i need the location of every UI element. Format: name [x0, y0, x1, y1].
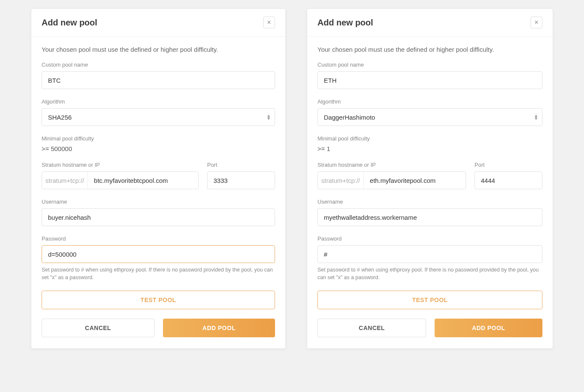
pool-name-label: Custom pool name — [317, 62, 542, 68]
modal-body: Your chosen pool must use the defined or… — [307, 36, 553, 348]
password-hint: Set password to # when using ethproxy po… — [317, 266, 542, 281]
port-label: Port — [207, 162, 275, 168]
pool-name-input[interactable] — [317, 71, 542, 89]
username-label: Username — [42, 199, 275, 205]
hostname-input[interactable] — [88, 172, 198, 189]
password-label: Password — [317, 235, 542, 242]
password-input[interactable] — [317, 245, 542, 263]
modal-header: Add new pool × — [31, 9, 285, 36]
hostname-input[interactable] — [364, 172, 466, 189]
hostname-input-group: stratum+tcp:// — [317, 171, 466, 189]
port-input[interactable] — [207, 171, 275, 189]
close-icon: × — [267, 19, 271, 26]
test-pool-button[interactable]: Test Pool — [317, 291, 542, 309]
close-button[interactable]: × — [263, 17, 275, 28]
algorithm-label: Algorithm — [317, 98, 542, 105]
difficulty-label: Minimal pool difficulty — [317, 135, 542, 142]
username-input[interactable] — [42, 208, 275, 226]
cancel-button[interactable]: Cancel — [317, 319, 426, 337]
close-icon: × — [534, 19, 538, 26]
stratum-prefix: stratum+tcp:// — [318, 172, 364, 189]
cancel-button[interactable]: Cancel — [42, 319, 154, 337]
difficulty-value: >= 1 — [317, 145, 542, 152]
password-hint: Set password to # when using ethproxy po… — [42, 266, 275, 281]
modal-description: Your chosen pool must use the defined or… — [317, 46, 542, 53]
add-pool-modal-left: Add new pool × Your chosen pool must use… — [31, 8, 286, 349]
add-pool-button[interactable]: Add Pool — [163, 319, 275, 337]
algorithm-value: SHA256 — [48, 114, 72, 121]
username-label: Username — [317, 199, 542, 205]
modal-description: Your chosen pool must use the defined or… — [42, 46, 275, 53]
difficulty-value: >= 500000 — [42, 145, 275, 152]
hostname-label: Stratum hostname or IP — [317, 162, 466, 168]
algorithm-select[interactable]: DaggerHashimoto — [317, 108, 542, 126]
modal-body: Your chosen pool must use the defined or… — [31, 36, 285, 348]
add-pool-modal-right: Add new pool × Your chosen pool must use… — [307, 8, 553, 349]
pool-name-label: Custom pool name — [42, 62, 275, 68]
add-pool-button[interactable]: Add Pool — [435, 319, 542, 337]
modal-title: Add new pool — [42, 18, 97, 28]
password-label: Password — [42, 235, 275, 242]
test-pool-button[interactable]: Test Pool — [42, 291, 275, 309]
hostname-input-group: stratum+tcp:// — [42, 171, 199, 189]
password-input[interactable] — [42, 245, 275, 263]
pool-name-input[interactable] — [42, 71, 275, 89]
difficulty-label: Minimal pool difficulty — [42, 135, 275, 142]
algorithm-label: Algorithm — [42, 98, 275, 105]
algorithm-value: DaggerHashimoto — [324, 114, 375, 121]
close-button[interactable]: × — [531, 17, 542, 28]
username-input[interactable] — [317, 208, 542, 226]
hostname-label: Stratum hostname or IP — [42, 162, 199, 168]
port-input[interactable] — [474, 171, 542, 189]
port-label: Port — [474, 162, 542, 168]
modal-title: Add new pool — [317, 18, 373, 28]
modal-header: Add new pool × — [307, 9, 553, 36]
algorithm-select[interactable]: SHA256 — [42, 108, 275, 126]
stratum-prefix: stratum+tcp:// — [42, 172, 88, 189]
